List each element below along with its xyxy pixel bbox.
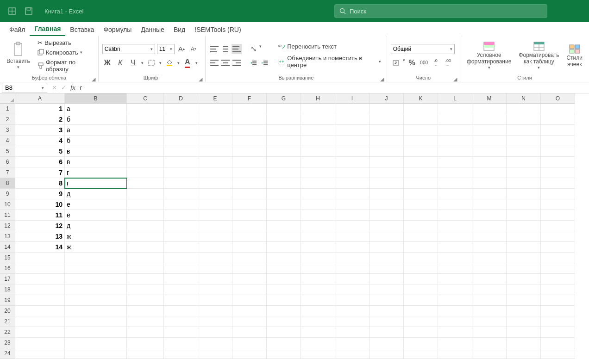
cell[interactable] <box>438 253 472 263</box>
cell[interactable] <box>127 295 164 306</box>
cell[interactable] <box>507 189 541 199</box>
row-header[interactable]: 15 <box>0 253 15 263</box>
cell[interactable] <box>127 167 164 178</box>
cell[interactable] <box>507 242 541 253</box>
cell[interactable]: ж <box>65 242 127 253</box>
cell[interactable] <box>404 306 438 316</box>
cell[interactable] <box>267 231 301 242</box>
cell[interactable] <box>164 114 198 125</box>
cell[interactable] <box>438 210 472 221</box>
cell[interactable] <box>472 231 507 242</box>
dialog-launcher-icon[interactable]: ◢ <box>91 76 96 82</box>
cell[interactable] <box>472 199 507 210</box>
cell[interactable] <box>267 210 301 221</box>
row-header[interactable]: 17 <box>0 274 15 284</box>
cell[interactable] <box>472 178 507 189</box>
tab-главная[interactable]: Главная <box>30 23 65 36</box>
cell[interactable] <box>301 210 335 221</box>
cell[interactable] <box>404 104 438 114</box>
tab-вид[interactable]: Вид <box>169 24 190 36</box>
cell[interactable] <box>267 316 301 327</box>
row-header[interactable]: 8 <box>0 178 15 189</box>
cell[interactable]: 12 <box>15 221 65 231</box>
cell[interactable] <box>164 316 198 327</box>
cell[interactable] <box>507 274 541 284</box>
cell[interactable] <box>15 253 65 263</box>
cell[interactable] <box>507 178 541 189</box>
cell[interactable]: 5 <box>15 146 65 157</box>
cell[interactable] <box>127 221 164 231</box>
cell[interactable] <box>15 348 65 359</box>
cell[interactable] <box>65 274 127 284</box>
cell[interactable] <box>438 114 472 125</box>
cell[interactable] <box>335 157 370 167</box>
column-header[interactable]: K <box>404 93 438 104</box>
cell[interactable] <box>335 136 370 146</box>
cell[interactable]: 3 <box>15 125 65 136</box>
cell[interactable] <box>507 146 541 157</box>
cell[interactable] <box>438 231 472 242</box>
cell[interactable] <box>198 125 232 136</box>
cell[interactable] <box>438 221 472 231</box>
cell[interactable] <box>438 199 472 210</box>
cell[interactable] <box>232 136 267 146</box>
cell[interactable] <box>404 327 438 338</box>
cell[interactable] <box>541 167 575 178</box>
cell[interactable] <box>404 274 438 284</box>
cell[interactable] <box>65 338 127 348</box>
cell[interactable] <box>198 189 232 199</box>
font-color-button[interactable]: А <box>182 58 193 68</box>
cell[interactable] <box>15 316 65 327</box>
cell[interactable] <box>232 348 267 359</box>
cell[interactable] <box>404 338 438 348</box>
cell[interactable] <box>301 199 335 210</box>
cell[interactable] <box>541 189 575 199</box>
cell[interactable] <box>438 167 472 178</box>
cell[interactable] <box>541 274 575 284</box>
cell[interactable]: 13 <box>15 231 65 242</box>
cell[interactable] <box>507 253 541 263</box>
cell[interactable] <box>541 125 575 136</box>
cell[interactable] <box>438 136 472 146</box>
cell[interactable] <box>127 114 164 125</box>
cell[interactable] <box>541 104 575 114</box>
cell[interactable] <box>164 167 198 178</box>
cell[interactable] <box>472 295 507 306</box>
cell[interactable] <box>267 104 301 114</box>
cell[interactable] <box>198 210 232 221</box>
cell[interactable] <box>301 338 335 348</box>
cell[interactable] <box>301 274 335 284</box>
cell[interactable] <box>472 146 507 157</box>
cell[interactable] <box>335 210 370 221</box>
cell[interactable] <box>267 295 301 306</box>
cell[interactable] <box>127 104 164 114</box>
cell[interactable] <box>472 104 507 114</box>
cell[interactable] <box>541 263 575 274</box>
tab-файл[interactable]: Файл <box>5 24 30 36</box>
cell[interactable] <box>65 284 127 295</box>
cell[interactable] <box>335 274 370 284</box>
row-header[interactable]: 20 <box>0 306 15 316</box>
cell[interactable] <box>267 146 301 157</box>
cell[interactable] <box>541 136 575 146</box>
cell[interactable] <box>301 125 335 136</box>
cell[interactable] <box>404 178 438 189</box>
cell[interactable]: 4 <box>15 136 65 146</box>
cell[interactable]: б <box>65 136 127 146</box>
cell[interactable]: 14 <box>15 242 65 253</box>
cell[interactable]: 8 <box>15 178 65 189</box>
cell[interactable] <box>301 146 335 157</box>
cell[interactable] <box>65 263 127 274</box>
cell[interactable] <box>198 253 232 263</box>
cell[interactable] <box>404 231 438 242</box>
font-size-combo[interactable]: 11▾ <box>157 44 175 54</box>
cell[interactable] <box>232 167 267 178</box>
enter-formula-icon[interactable]: ✓ <box>59 84 68 91</box>
row-header[interactable]: 16 <box>0 263 15 274</box>
cell[interactable] <box>507 114 541 125</box>
cell[interactable] <box>232 295 267 306</box>
cell[interactable] <box>438 242 472 253</box>
cell[interactable] <box>267 178 301 189</box>
align-right-button[interactable] <box>232 58 242 68</box>
cell[interactable] <box>335 327 370 338</box>
